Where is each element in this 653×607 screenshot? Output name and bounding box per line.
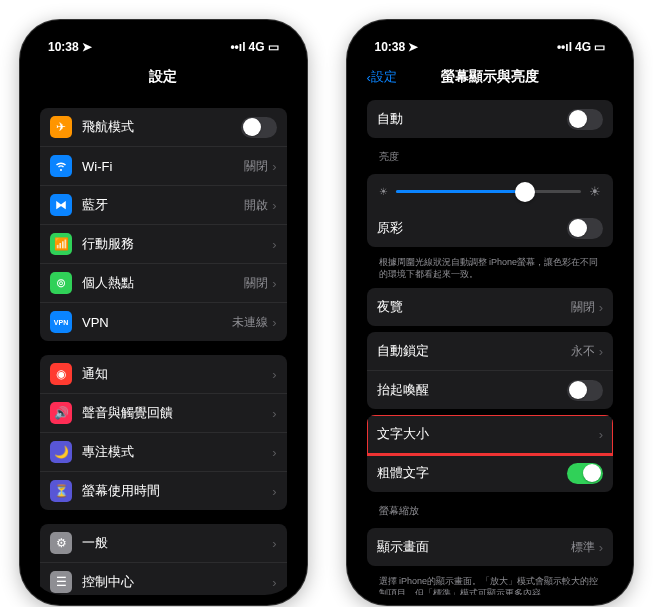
header: 設定: [30, 60, 297, 94]
battery-icon: ▭: [268, 40, 279, 54]
row-wifi[interactable]: Wi-Fi 關閉 ›: [40, 147, 287, 186]
auto-toggle[interactable]: [567, 109, 603, 130]
row-raisewake[interactable]: 抬起喚醒: [367, 371, 614, 409]
chevron-icon: ›: [599, 344, 603, 359]
control-label: 控制中心: [82, 573, 272, 591]
phone-right: 10:38 ➤ ••ıl 4G ▭ ‹ 設定 螢幕顯示與亮度 自動: [347, 20, 634, 605]
nightshift-label: 夜覽: [377, 298, 571, 316]
network-label: 4G: [575, 40, 591, 54]
textsize-label: 文字大小: [377, 425, 599, 443]
status-time: 10:38: [375, 40, 406, 54]
hotspot-icon: ⊚: [50, 272, 72, 294]
row-auto[interactable]: 自動: [367, 100, 614, 138]
truetone-toggle[interactable]: [567, 218, 603, 239]
truetone-footer: 根據周圍光線狀況自動調整 iPhone螢幕，讓色彩在不同的環境下都看起來一致。: [367, 253, 614, 282]
brightness-slider[interactable]: [396, 190, 582, 193]
screen-settings: 10:38 ➤ ••ıl 4G ▭ 設定 ✈ 飛航模式 Wi-Fi: [30, 30, 297, 595]
row-hotspot[interactable]: ⊚ 個人熱點 關閉 ›: [40, 264, 287, 303]
wifi-value: 關閉: [244, 158, 268, 175]
notifications-label: 通知: [82, 365, 272, 383]
row-bluetooth[interactable]: ⧓ 藍牙 開啟 ›: [40, 186, 287, 225]
zoom-footer: 選擇 iPhone的顯示畫面。「放大」模式會顯示較大的控制項目，但「標準」模式可…: [367, 572, 614, 595]
raisewake-label: 抬起喚醒: [377, 381, 568, 399]
header: ‹ 設定 螢幕顯示與亮度: [357, 60, 624, 94]
row-boldtext[interactable]: 粗體文字: [367, 454, 614, 492]
bluetooth-icon: ⧓: [50, 194, 72, 216]
screentime-label: 螢幕使用時間: [82, 482, 272, 500]
chevron-icon: ›: [272, 536, 276, 551]
location-icon: ➤: [408, 40, 418, 54]
chevron-icon: ›: [599, 427, 603, 442]
sounds-icon: 🔊: [50, 402, 72, 424]
row-truetone[interactable]: 原彩: [367, 209, 614, 247]
hotspot-label: 個人熱點: [82, 274, 244, 292]
chevron-icon: ›: [272, 237, 276, 252]
auto-label: 自動: [377, 110, 568, 128]
row-cellular[interactable]: 📶 行動服務 ›: [40, 225, 287, 264]
notifications-icon: ◉: [50, 363, 72, 385]
truetone-label: 原彩: [377, 219, 568, 237]
row-focus[interactable]: 🌙 專注模式 ›: [40, 433, 287, 472]
brightness-slider-row: ☀ ☀: [367, 174, 614, 209]
row-autolock[interactable]: 自動鎖定 永不 ›: [367, 332, 614, 371]
row-sounds[interactable]: 🔊 聲音與觸覺回饋 ›: [40, 394, 287, 433]
sun-large-icon: ☀: [589, 184, 601, 199]
screentime-icon: ⏳: [50, 480, 72, 502]
raisewake-toggle[interactable]: [567, 380, 603, 401]
airplane-label: 飛航模式: [82, 118, 241, 136]
sounds-label: 聲音與觸覺回饋: [82, 404, 272, 422]
chevron-icon: ›: [599, 540, 603, 555]
chevron-icon: ›: [272, 198, 276, 213]
screen-display: 10:38 ➤ ••ıl 4G ▭ ‹ 設定 螢幕顯示與亮度 自動: [357, 30, 624, 595]
boldtext-label: 粗體文字: [377, 464, 568, 482]
row-vpn[interactable]: VPN VPN 未連線 ›: [40, 303, 287, 341]
chevron-icon: ›: [599, 300, 603, 315]
cellular-icon: 📶: [50, 233, 72, 255]
vpn-icon: VPN: [50, 311, 72, 333]
display-list[interactable]: 自動 亮度 ☀ ☀ 原彩 根據周圍光線狀況: [357, 100, 624, 595]
vpn-value: 未連線: [232, 314, 268, 331]
wifi-label: Wi-Fi: [82, 159, 244, 174]
chevron-icon: ›: [272, 159, 276, 174]
airplane-toggle[interactable]: [241, 117, 277, 138]
back-label: 設定: [371, 68, 397, 86]
control-icon: ☰: [50, 571, 72, 593]
settings-list[interactable]: ✈ 飛航模式 Wi-Fi 關閉 › ⧓ 藍牙 開啟 › 📶: [30, 108, 297, 595]
wifi-icon: [50, 155, 72, 177]
page-title: 設定: [149, 68, 177, 86]
signal-icon: ••ıl: [230, 40, 245, 54]
hotspot-value: 關閉: [244, 275, 268, 292]
row-textsize[interactable]: 文字大小 ›: [367, 415, 614, 454]
row-control[interactable]: ☰ 控制中心 ›: [40, 563, 287, 595]
general-label: 一般: [82, 534, 272, 552]
back-button[interactable]: ‹ 設定: [367, 68, 397, 86]
general-icon: ⚙: [50, 532, 72, 554]
brightness-header: 亮度: [367, 144, 614, 168]
chevron-icon: ›: [272, 315, 276, 330]
zoom-header: 螢幕縮放: [367, 498, 614, 522]
row-general[interactable]: ⚙ 一般 ›: [40, 524, 287, 563]
row-nightshift[interactable]: 夜覽 關閉 ›: [367, 288, 614, 326]
nightshift-value: 關閉: [571, 299, 595, 316]
row-airplane[interactable]: ✈ 飛航模式: [40, 108, 287, 147]
chevron-icon: ›: [272, 484, 276, 499]
cellular-label: 行動服務: [82, 235, 272, 253]
displayzoom-value: 標準: [571, 539, 595, 556]
row-displayzoom[interactable]: 顯示畫面 標準 ›: [367, 528, 614, 566]
chevron-icon: ›: [272, 575, 276, 590]
airplane-icon: ✈: [50, 116, 72, 138]
signal-icon: ••ıl: [557, 40, 572, 54]
row-screentime[interactable]: ⏳ 螢幕使用時間 ›: [40, 472, 287, 510]
row-notifications[interactable]: ◉ 通知 ›: [40, 355, 287, 394]
focus-icon: 🌙: [50, 441, 72, 463]
phone-left: 10:38 ➤ ••ıl 4G ▭ 設定 ✈ 飛航模式 Wi-Fi: [20, 20, 307, 605]
chevron-icon: ›: [272, 276, 276, 291]
vpn-label: VPN: [82, 315, 232, 330]
notch: [430, 20, 550, 42]
battery-icon: ▭: [594, 40, 605, 54]
chevron-icon: ›: [272, 406, 276, 421]
boldtext-toggle[interactable]: [567, 463, 603, 484]
autolock-value: 永不: [571, 343, 595, 360]
chevron-icon: ›: [272, 445, 276, 460]
focus-label: 專注模式: [82, 443, 272, 461]
